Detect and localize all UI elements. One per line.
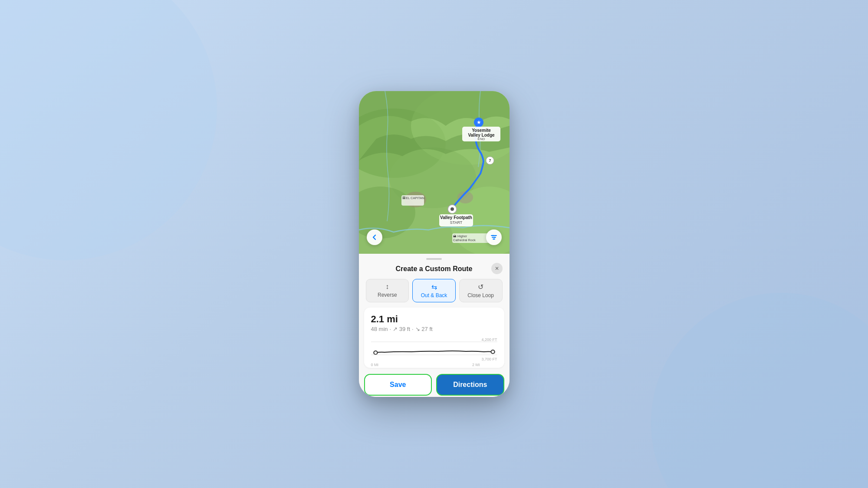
svg-point-28 <box>494 237 495 238</box>
stats-distance: 2.1 mi <box>371 314 497 325</box>
elevation-x-labels: 0 MI 2 MI <box>371 363 497 367</box>
svg-text:EL CAPITAN: EL CAPITAN <box>406 196 424 200</box>
elevation-y-labels: 4,200 FT 3,700 FT <box>481 337 497 361</box>
route-type-close-loop[interactable]: ↺ Close Loop <box>459 279 503 302</box>
back-button[interactable] <box>367 229 382 245</box>
stats-dot2: · <box>412 326 414 332</box>
close-loop-icon: ↺ <box>478 283 483 291</box>
x-label-end: 2 MI <box>472 363 480 367</box>
svg-text:🏔 Higher: 🏔 Higher <box>453 234 467 238</box>
elevation-min-label: 3,700 FT <box>481 357 497 361</box>
out-back-icon: ⇆ <box>431 283 437 291</box>
close-icon: ✕ <box>495 265 499 272</box>
svg-point-29 <box>493 239 494 240</box>
elevation-max-label: 4,200 FT <box>481 337 497 342</box>
stats-time: 48 min <box>371 326 388 332</box>
route-type-out-back[interactable]: ⇆ Out & Back <box>412 279 456 302</box>
stats-elevation-up: ↗ 39 ft <box>393 326 410 332</box>
svg-text:Yosemite: Yosemite <box>472 128 491 133</box>
route-type-row: ↕ Reverse ⇆ Out & Back ↺ Close Loop <box>359 277 510 308</box>
phone-frame: Valley Footpath START ★ Yosemite Valley … <box>359 91 510 397</box>
close-loop-label: Close Loop <box>467 292 494 298</box>
reverse-icon: ↕ <box>385 283 389 291</box>
reverse-label: Reverse <box>378 292 397 298</box>
bottom-sheet: Create a Custom Route ✕ ↕ Reverse ⇆ Out … <box>359 254 510 397</box>
svg-point-27 <box>492 235 493 236</box>
filter-button[interactable] <box>486 229 502 245</box>
svg-text:END: END <box>477 137 485 141</box>
save-button[interactable]: Save <box>364 374 432 396</box>
svg-text:Valley Footpath: Valley Footpath <box>440 215 472 220</box>
out-back-label: Out & Back <box>421 292 447 298</box>
x-label-start: 0 MI <box>371 363 379 367</box>
svg-text:Cathedral Rock: Cathedral Rock <box>453 238 476 242</box>
svg-text:🏛: 🏛 <box>402 196 406 200</box>
elevation-chart: 4,200 FT 3,700 FT 0 MI 2 MI <box>371 337 497 368</box>
map-section: Valley Footpath START ★ Yosemite Valley … <box>359 91 510 254</box>
action-row: Save Directions <box>359 368 510 397</box>
stats-meta: 48 min · ↗ 39 ft · ↘ 27 ft <box>371 326 497 332</box>
svg-point-9 <box>450 207 454 211</box>
sheet-header: Create a Custom Route ✕ <box>359 260 510 277</box>
svg-text:★: ★ <box>476 119 481 125</box>
route-type-reverse[interactable]: ↕ Reverse <box>366 279 409 302</box>
svg-text:7: 7 <box>489 158 491 163</box>
stats-dot: · <box>390 326 391 332</box>
directions-button[interactable]: Directions <box>436 374 504 396</box>
stats-elevation-down: ↘ 27 ft <box>415 326 433 332</box>
close-button[interactable]: ✕ <box>491 263 503 274</box>
stats-section: 2.1 mi 48 min · ↗ 39 ft · ↘ 27 ft 4,200 … <box>364 308 504 368</box>
svg-point-30 <box>374 351 377 354</box>
svg-text:START: START <box>450 220 462 225</box>
sheet-title: Create a Custom Route <box>396 265 473 273</box>
